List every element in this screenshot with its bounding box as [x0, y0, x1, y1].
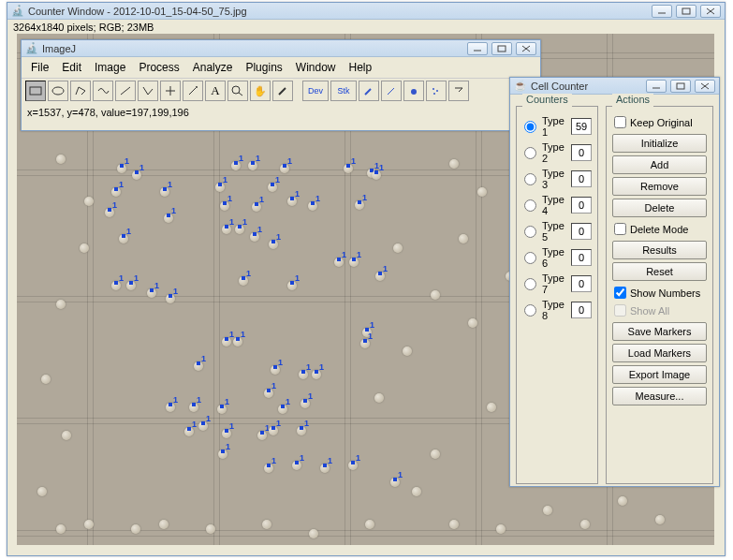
imagej-icon: 🔬: [25, 42, 38, 55]
menu-image[interactable]: Image: [89, 59, 131, 76]
close-button[interactable]: [700, 5, 721, 18]
cell: [84, 520, 94, 529]
cell: [37, 487, 47, 496]
counter-radio-type4[interactable]: [524, 199, 536, 212]
text-tool[interactable]: A: [205, 81, 226, 101]
menu-plugins[interactable]: Plugins: [240, 59, 287, 76]
counter-marker: [238, 225, 242, 228]
counter-radio-type2[interactable]: [524, 147, 536, 159]
load-markers-button[interactable]: Load Markers: [612, 344, 707, 362]
counter-radio-type7[interactable]: [524, 278, 536, 290]
delete-mode-check[interactable]: Delete Mode: [612, 220, 707, 238]
cell: [412, 487, 421, 496]
svg-point-14: [196, 86, 198, 88]
dev-tool[interactable]: Dev: [302, 81, 329, 101]
counter-marker: [163, 187, 167, 191]
results-button[interactable]: Results: [612, 241, 707, 259]
counter-radio-type8[interactable]: [524, 304, 536, 317]
counter-marker: [346, 164, 350, 168]
counter-marker: [290, 197, 294, 200]
dropper-tool[interactable]: [272, 81, 293, 101]
add-button[interactable]: Add: [612, 155, 707, 174]
counter-marker: [251, 161, 255, 165]
counter-radio-type6[interactable]: [524, 252, 536, 264]
svg-point-15: [232, 86, 240, 94]
cell: [655, 515, 665, 524]
counter-marker: [378, 272, 382, 275]
counter-marker: [225, 337, 228, 341]
cellcounter-titlebar[interactable]: ☕ Cell Counter: [510, 78, 719, 95]
menu-help[interactable]: Help: [344, 59, 378, 76]
counter-radio-type3[interactable]: [524, 173, 536, 185]
flood-tool[interactable]: [403, 81, 424, 101]
spray-tool[interactable]: [426, 81, 447, 101]
maximize-button[interactable]: [676, 5, 696, 18]
marker-label: 1: [304, 419, 309, 428]
cell: [365, 520, 374, 529]
counter-marker: [315, 370, 318, 374]
counter-radio-type5[interactable]: [524, 226, 536, 238]
counter-marker: [260, 431, 264, 435]
measure-button[interactable]: Measure...: [612, 387, 707, 405]
zoom-tool[interactable]: [227, 81, 248, 101]
cell: [403, 346, 412, 356]
initialize-button[interactable]: Initialize: [612, 134, 707, 153]
imagej-titlebar[interactable]: 🔬 ImageJ: [22, 40, 540, 57]
close-button[interactable]: [695, 80, 715, 93]
point-tool[interactable]: [160, 81, 181, 101]
rect-tool[interactable]: [25, 81, 46, 101]
menu-process[interactable]: Process: [133, 59, 184, 76]
brush-tool[interactable]: [359, 81, 379, 101]
menu-window[interactable]: Window: [290, 59, 342, 76]
hand-tool[interactable]: ✋: [250, 81, 271, 101]
counter-row-type4: Type 40: [522, 192, 592, 218]
minimize-button[interactable]: [467, 42, 488, 55]
line-tool[interactable]: [115, 81, 136, 101]
menu-tool[interactable]: [448, 81, 469, 101]
minimize-button[interactable]: [652, 5, 672, 18]
svg-point-21: [433, 93, 435, 95]
counter-row-type6: Type 60: [522, 244, 592, 271]
counter-marker: [351, 461, 355, 464]
polygon-tool[interactable]: [70, 81, 91, 101]
angle-tool[interactable]: [138, 81, 158, 101]
svg-rect-5: [498, 46, 506, 52]
stk-tool[interactable]: Stk: [330, 81, 357, 101]
counter-marker: [281, 405, 285, 408]
maximize-button[interactable]: [491, 42, 512, 55]
marker-label: 1: [229, 330, 234, 339]
menu-edit[interactable]: Edit: [56, 59, 87, 76]
counter-radio-type1[interactable]: [524, 121, 536, 133]
delete-button[interactable]: Delete: [612, 199, 707, 217]
menu-analyze[interactable]: Analyze: [187, 59, 239, 76]
counter-marker: [283, 164, 286, 168]
minimize-button[interactable]: [646, 80, 667, 93]
pencil-tool[interactable]: [381, 81, 402, 101]
export-image-button[interactable]: Export Image: [612, 365, 707, 384]
wand-tool[interactable]: [183, 81, 203, 101]
counter-titlebar[interactable]: 🔬 Counter Window - 2012-10-01_15-04-50_7…: [7, 3, 725, 20]
show-all-check[interactable]: Show All: [612, 302, 707, 319]
counter-marker: [337, 258, 341, 261]
counters-heading: Counters: [522, 94, 572, 105]
remove-button[interactable]: Remove: [612, 177, 707, 196]
reset-button[interactable]: Reset: [612, 262, 707, 281]
maximize-button[interactable]: [670, 80, 691, 93]
keep-original-check[interactable]: Keep Original: [612, 113, 707, 131]
freehand-tool[interactable]: [93, 81, 113, 101]
menu-file[interactable]: File: [25, 59, 54, 76]
cell: [477, 187, 487, 197]
close-button[interactable]: [516, 42, 536, 55]
marker-label: 1: [201, 354, 206, 363]
show-numbers-check[interactable]: Show Numbers: [612, 284, 707, 302]
oval-tool[interactable]: [48, 81, 68, 101]
marker-label: 1: [287, 156, 292, 166]
svg-line-13: [189, 88, 196, 95]
counter-marker: [352, 258, 356, 261]
save-markers-button[interactable]: Save Markers: [612, 322, 707, 341]
svg-point-20: [436, 90, 438, 92]
marker-label: 1: [229, 421, 234, 431]
counter-marker: [114, 187, 118, 191]
cell: [431, 290, 440, 300]
counter-marker: [255, 202, 258, 206]
